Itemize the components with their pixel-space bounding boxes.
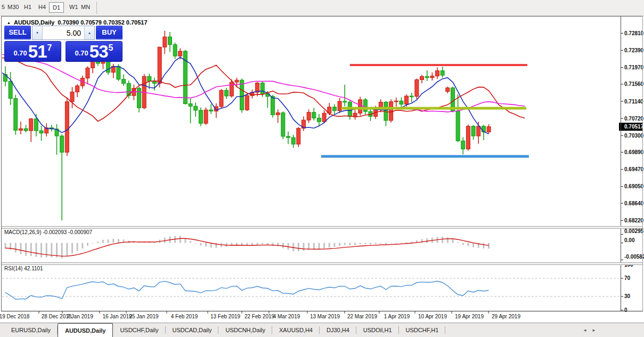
date-axis-label: 1 Apr 2019	[384, 314, 410, 319]
candle-body	[245, 95, 249, 110]
candle-body	[194, 106, 198, 110]
candle-body	[281, 113, 285, 136]
chart-tab-usdchf-h1[interactable]: USDCHF,H1	[399, 323, 446, 337]
tab-scroll-left-icon[interactable]: ◄	[583, 328, 587, 333]
timeframe-button-M30[interactable]: M30	[7, 4, 19, 10]
buy-price-button[interactable]: 0.70 53 5	[66, 41, 123, 62]
macd-histogram-bar	[395, 243, 397, 244]
candle-body	[137, 89, 141, 108]
timeframe-button-MN[interactable]: MN	[81, 4, 90, 10]
timeframe-button-H1[interactable]: H1	[24, 4, 31, 10]
mid-line[interactable]	[341, 107, 526, 110]
macd-histogram-bar	[87, 243, 88, 246]
chart-tab-usdcad-daily[interactable]: USDCAD,Daily	[166, 323, 219, 337]
macd-histogram-bar	[370, 243, 371, 245]
chart-title: ▲ AUDUSD,Daily 0.70390 0.70579 0.70352 0…	[7, 19, 148, 26]
price-axis-label: 0.69050	[624, 183, 644, 189]
macd-histogram-bar	[349, 243, 350, 245]
price-axis-label: 0.68640	[624, 200, 644, 206]
price-axis-label: 0.68220	[624, 218, 644, 223]
macd-histogram-bar	[303, 243, 304, 251]
macd-histogram-bar	[323, 243, 325, 249]
volume-input[interactable]	[43, 26, 84, 39]
timeframe-button-H4[interactable]: H4	[38, 4, 46, 10]
macd-histogram-bar	[66, 243, 68, 256]
date-axis-label: 25 Jan 2019	[129, 314, 158, 319]
macd-histogram-bar	[277, 243, 279, 247]
candle-body	[363, 100, 367, 111]
macd-histogram-bar	[205, 243, 207, 247]
price-axis-label: 0.71140	[624, 99, 643, 105]
tab-scroll-arrows: ◄ ►	[583, 323, 596, 337]
candle-body	[436, 71, 439, 76]
support-line[interactable]	[321, 155, 529, 158]
candle-body	[487, 127, 491, 132]
toolbar-separator	[96, 2, 97, 14]
symbol-tab-bar: EURUSD,DailyAUDUSD,DailyUSDCHF,DailyUSDC…	[0, 323, 644, 337]
sell-price-prefix: 0.70	[14, 49, 27, 57]
macd-histogram-bar	[20, 243, 21, 254]
candle-body	[148, 76, 151, 81]
volume-increase-button[interactable]: ▲	[84, 26, 94, 39]
macd-histogram-bar	[298, 243, 299, 252]
macd-histogram-bar	[292, 243, 294, 252]
chart-tab-dj30-h4[interactable]: DJ30,H4	[320, 323, 356, 337]
candle-body	[168, 37, 172, 45]
candle-body	[86, 68, 89, 78]
chart-title-ohlc: 0.70390 0.70579 0.70352 0.70517	[58, 19, 147, 26]
chart-tab-eurusd-daily[interactable]: EURUSD,Daily	[4, 323, 58, 337]
chart-tab-audusd-daily[interactable]: AUDUSD,Daily	[58, 323, 113, 337]
candle-body	[400, 101, 403, 104]
timeframe-button-5[interactable]: 5	[2, 4, 5, 10]
macd-indicator-label: MACD(12,26,9) -0.002093 -0.000907	[4, 229, 92, 235]
macd-histogram-bar	[406, 242, 407, 243]
macd-histogram-bar	[313, 243, 315, 250]
candle-body	[461, 141, 465, 149]
macd-histogram-bar	[81, 243, 83, 248]
candle-body	[199, 110, 202, 123]
timeframe-button-W1[interactable]: W1	[69, 4, 78, 10]
candle-body	[338, 101, 341, 111]
candle-body	[24, 129, 28, 131]
chart-tab-xauusd-h4[interactable]: XAUUSD,H4	[272, 323, 320, 337]
macd-histogram-bar	[118, 239, 119, 243]
chart-tab-usdchf-daily[interactable]: USDCHF,Daily	[113, 323, 165, 337]
macd-histogram-bar	[71, 243, 73, 254]
date-axis-label: 13 Mar 2019	[310, 314, 340, 319]
macd-pane-splitter[interactable]	[2, 226, 642, 229]
macd-layer	[5, 236, 490, 258]
volume-decrease-button[interactable]: ▼	[32, 26, 43, 39]
buy-button[interactable]: BUY	[96, 26, 123, 40]
candle-body	[4, 75, 7, 82]
sell-price-button[interactable]: 0.70 51 7	[4, 41, 61, 62]
candle-body	[29, 119, 33, 131]
candle-body	[19, 129, 22, 130]
date-axis-label: 16 Jan 2019	[102, 314, 132, 319]
price-axis-label: 0.72810	[624, 30, 644, 36]
chart-window-border-top	[1, 16, 643, 17]
candle-body	[420, 76, 424, 79]
current-price-label: 0.70517	[624, 124, 644, 130]
macd-histogram-bar	[46, 243, 47, 258]
resistance-line[interactable]	[350, 64, 527, 66]
macd-histogram-bar	[200, 243, 201, 246]
date-axis-label: 22 Feb 2019	[244, 314, 275, 319]
timeframe-button-D1[interactable]: D1	[49, 2, 64, 13]
macd-histogram-bar	[262, 243, 263, 245]
chart-tab-usdcnh-daily[interactable]: USDCNH,Daily	[218, 323, 272, 337]
macd-histogram-bar	[385, 243, 387, 244]
sell-button[interactable]: SELL	[4, 26, 31, 40]
chart-tab-usdoil-h1[interactable]: USDOil,H1	[356, 323, 399, 337]
macd-histogram-bar	[390, 243, 392, 244]
candle-body	[65, 102, 69, 153]
rsi-pane-splitter[interactable]	[2, 262, 642, 265]
chevron-down-icon: ▼	[36, 31, 39, 35]
macd-histogram-bar	[267, 243, 268, 245]
rsi-axis: 10070300	[621, 262, 633, 313]
candle-body	[410, 96, 413, 97]
candle-body	[477, 126, 480, 136]
macd-histogram-bar	[195, 243, 197, 244]
tab-scroll-right-icon[interactable]: ►	[592, 328, 596, 333]
sell-price-big: 51	[28, 43, 47, 60]
macd-histogram-bar	[467, 243, 469, 246]
